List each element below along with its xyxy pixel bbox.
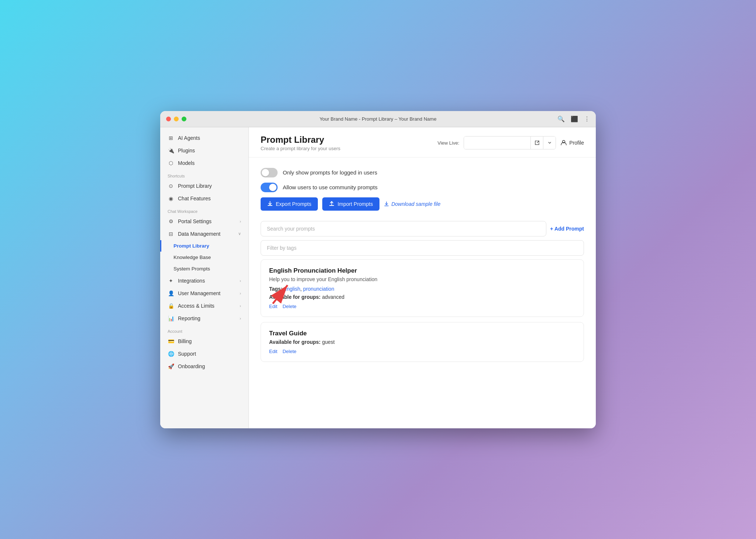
sidebar-item-integrations[interactable]: ✦ Integrations › [160, 274, 248, 287]
sidebar-item-label: Prompt Library [178, 183, 212, 189]
sidebar-item-system-prompts[interactable]: System Prompts [160, 263, 248, 274]
toggle-row-community: Allow users to use community prompts [261, 183, 584, 192]
view-live-label: View Live: [437, 140, 459, 146]
sidebar-item-reporting[interactable]: 📊 Reporting › [160, 312, 248, 325]
chevron-right-icon: › [240, 279, 241, 283]
export-prompts-button[interactable]: Export Prompts [261, 197, 318, 211]
action-buttons: Export Prompts Import Prompts Download s… [261, 197, 584, 211]
view-live-input-group [464, 136, 556, 149]
import-icon [329, 201, 334, 207]
sidebar-item-prompt-library-shortcut[interactable]: ⊙ Prompt Library [160, 180, 248, 192]
sidebar-item-label: Support [178, 351, 196, 357]
app-window: Your Brand Name - Prompt Library – Your … [160, 111, 596, 428]
tags-label: Tags: [269, 286, 284, 292]
sidebar-item-user-management[interactable]: 👤 User Management › [160, 287, 248, 300]
chevron-right-icon: › [240, 304, 241, 308]
delete-prompt-button[interactable]: Delete [282, 349, 296, 354]
sidebar-item-label: Knowledge Base [173, 255, 211, 260]
sidebar-item-label: Chat Features [178, 196, 211, 201]
prompt-groups: Available for groups: guest [269, 339, 575, 345]
account-label: Account [160, 325, 248, 335]
sidebar-item-portal-settings[interactable]: ⚙ Portal Settings › [160, 215, 248, 228]
tag-english[interactable]: english [284, 286, 300, 292]
prompt-actions: Edit Delete [269, 349, 575, 354]
groups-label: Available for groups: [269, 294, 322, 300]
prompt-description: Help you to improve your English pronunc… [269, 276, 575, 282]
profile-button[interactable]: Profile [560, 139, 584, 147]
support-icon: 🌐 [168, 350, 174, 357]
settings-icon: ⚙ [168, 218, 174, 225]
chevron-right-icon: › [240, 291, 241, 296]
plug-icon: 🔌 [168, 147, 174, 154]
prompt-groups: Available for groups: advanced [269, 294, 575, 300]
maximize-button[interactable] [182, 117, 186, 121]
prompts-list: English Pronunciation Helper Help you to… [261, 259, 584, 362]
sidebar-item-plugins[interactable]: 🔌 Plugins [160, 144, 248, 157]
delete-prompt-button[interactable]: Delete [282, 304, 296, 309]
sidebar-item-label: Prompt Library [173, 243, 209, 249]
chart-icon: 📊 [168, 315, 174, 322]
content-body: Only show prompts for logged in users Al… [249, 158, 596, 428]
circle-icon: ⊙ [168, 183, 174, 189]
search-input[interactable] [261, 221, 546, 236]
sidebar-item-label: AI Agents [178, 135, 200, 141]
content-area: Prompt Library Create a prompt library f… [249, 127, 596, 428]
titlebar-actions: 🔍 ⬛ ⋮ [557, 115, 590, 122]
search-icon[interactable]: 🔍 [557, 115, 565, 122]
extensions-icon[interactable]: ⬛ [571, 115, 578, 122]
community-toggle[interactable] [261, 183, 278, 192]
sidebar-item-billing[interactable]: 💳 Billing [160, 335, 248, 348]
sidebar-item-data-management[interactable]: ⊟ Data Management ∨ [160, 228, 248, 240]
community-toggle-label: Allow users to use community prompts [283, 184, 378, 190]
shortcuts-label: Shortcuts [160, 169, 248, 180]
add-prompt-button[interactable]: + Add Prompt [550, 226, 584, 232]
lock-icon: 🔒 [168, 303, 174, 309]
view-live-external-icon[interactable] [530, 137, 543, 149]
edit-prompt-button[interactable]: Edit [269, 349, 277, 354]
edit-prompt-button[interactable]: Edit [269, 304, 277, 309]
logged-in-toggle-label: Only show prompts for logged in users [283, 169, 377, 176]
billing-icon: 💳 [168, 338, 174, 345]
minimize-button[interactable] [174, 117, 179, 121]
titlebar: Your Brand Name - Prompt Library – Your … [160, 111, 596, 127]
groups-value: guest [322, 339, 334, 345]
sidebar-item-support[interactable]: 🌐 Support [160, 348, 248, 360]
sidebar-item-knowledge-base[interactable]: Knowledge Base [160, 252, 248, 263]
view-live-dropdown-button[interactable] [543, 137, 556, 149]
window-title: Your Brand Name - Prompt Library – Your … [320, 116, 437, 122]
sidebar-item-label: Plugins [178, 148, 195, 153]
workspace-label: Chat Workspace [160, 205, 248, 215]
sidebar-item-onboarding[interactable]: 🚀 Onboarding [160, 360, 248, 373]
profile-label: Profile [569, 140, 584, 146]
chevron-right-icon: › [240, 316, 241, 321]
integrations-icon: ✦ [168, 277, 174, 284]
sidebar-item-label: Access & Limits [178, 303, 214, 309]
sidebar-item-models[interactable]: ⬡ Models [160, 157, 248, 169]
sidebar-item-label: Integrations [178, 278, 205, 284]
sidebar-item-chat-features[interactable]: ◉ Chat Features [160, 192, 248, 205]
traffic-lights [166, 117, 186, 121]
sidebar-item-access-limits[interactable]: 🔒 Access & Limits › [160, 300, 248, 312]
tag-pronunciation[interactable]: pronunciation [303, 286, 334, 292]
grid-icon: ⊞ [168, 135, 174, 141]
users-icon: 👤 [168, 290, 174, 297]
view-live-input[interactable] [464, 137, 530, 149]
prompt-card-travel-guide: Travel Guide Available for groups: guest… [261, 322, 584, 362]
filter-tags-input[interactable] [261, 240, 584, 256]
close-button[interactable] [166, 117, 171, 121]
import-prompts-button[interactable]: Import Prompts [322, 197, 379, 211]
groups-label: Available for groups: [269, 339, 322, 345]
search-row: + Add Prompt [261, 221, 584, 236]
prompt-title: English Pronunciation Helper [269, 267, 575, 274]
header-right: View Live: [437, 136, 584, 149]
menu-icon[interactable]: ⋮ [584, 115, 590, 122]
download-sample-button[interactable]: Download sample file [384, 201, 440, 207]
page-subtitle: Create a prompt library for your users [261, 146, 437, 151]
sidebar-item-ai-agents[interactable]: ⊞ AI Agents [160, 132, 248, 144]
sidebar-item-label: Billing [178, 338, 192, 344]
sidebar-item-prompt-library-sub[interactable]: Prompt Library [160, 240, 248, 252]
sidebar-item-label: Models [178, 160, 195, 166]
download-icon [384, 201, 389, 207]
prompt-actions: Edit Delete [269, 304, 575, 309]
logged-in-toggle[interactable] [261, 168, 278, 177]
